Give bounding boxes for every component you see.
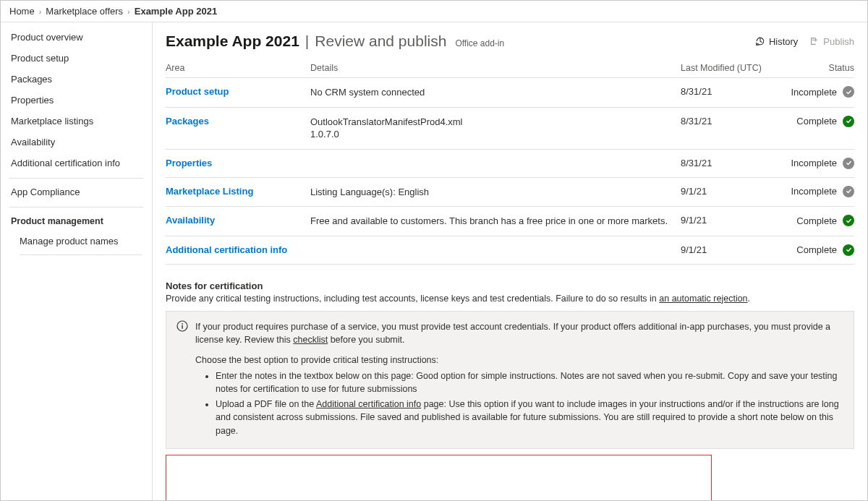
area-link[interactable]: Properties xyxy=(166,158,212,168)
row-details: OutlookTranslatorManifestProd4.xml 1.0.7… xyxy=(310,116,681,141)
table-row: AvailabilityFree and available to custom… xyxy=(166,207,854,236)
row-date: 8/31/21 xyxy=(681,86,775,97)
info-bullet-pdf: Upload a PDF file on the Additional cert… xyxy=(216,398,843,437)
table-row: Product setupNo CRM system connected8/31… xyxy=(166,78,854,108)
publish-top-button: Publish xyxy=(809,36,854,47)
checklist-link[interactable]: checklist xyxy=(293,335,328,345)
table-header-area: Area xyxy=(166,63,310,73)
sidebar-item-manage-product-names[interactable]: Manage product names xyxy=(1,231,152,252)
table-row: Marketplace ListingListing Language(s): … xyxy=(166,178,854,207)
svg-rect-2 xyxy=(182,325,182,329)
sidebar-item-additional-cert-info[interactable]: Additional certification info xyxy=(9,153,143,174)
table-header-details: Details xyxy=(310,63,681,73)
row-date: 8/31/21 xyxy=(681,158,775,168)
chevron-right-icon: › xyxy=(39,7,42,16)
table-header-date: Last Modified (UTC) xyxy=(681,63,775,73)
breadcrumb-marketplace-offers[interactable]: Marketplace offers xyxy=(46,6,123,17)
publish-top-label: Publish xyxy=(823,36,854,47)
check-circle-icon xyxy=(843,116,854,127)
review-table: Area Details Last Modified (UTC) Status … xyxy=(166,59,854,265)
incomplete-circle-icon xyxy=(843,158,854,169)
history-label: History xyxy=(769,36,798,47)
info-bullet-textbox: Enter the notes in the textbox below on … xyxy=(216,369,843,395)
row-status-text: Incomplete xyxy=(791,158,837,168)
incomplete-circle-icon xyxy=(843,186,854,197)
row-date: 9/1/21 xyxy=(681,215,775,226)
row-status-text: Incomplete xyxy=(791,87,837,98)
info-icon xyxy=(176,320,188,335)
sidebar-item-product-setup[interactable]: Product setup xyxy=(9,48,143,69)
row-date: 9/1/21 xyxy=(681,244,775,255)
sidebar: Product overview Product setup Packages … xyxy=(1,22,153,500)
area-link[interactable]: Availability xyxy=(166,215,215,226)
sidebar-heading-product-management: Product management xyxy=(1,210,152,231)
table-header-status: Status xyxy=(775,63,854,73)
breadcrumb-current: Example App 2021 xyxy=(135,6,217,17)
page-title-app: Example App 2021 xyxy=(166,33,299,50)
chevron-right-icon: › xyxy=(127,7,130,16)
notes-textarea[interactable] xyxy=(166,455,712,500)
automatic-rejection-link[interactable]: an automatic rejection xyxy=(659,294,747,304)
table-row: Additional certification info9/1/21Compl… xyxy=(166,236,854,265)
notes-description: Provide any critical testing instruction… xyxy=(166,294,854,304)
table-row: PackagesOutlookTranslatorManifestProd4.x… xyxy=(166,108,854,150)
area-link[interactable]: Additional certification info xyxy=(166,244,287,255)
incomplete-circle-icon xyxy=(843,86,854,98)
history-icon xyxy=(755,36,765,46)
area-link[interactable]: Product setup xyxy=(166,86,229,97)
check-circle-icon xyxy=(843,244,854,256)
table-row: Properties8/31/21Incomplete xyxy=(166,150,854,178)
notes-heading: Notes for certification xyxy=(166,281,854,291)
row-status-text: Complete xyxy=(796,215,837,226)
breadcrumb: Home › Marketplace offers › Example App … xyxy=(1,1,867,22)
row-status-text: Incomplete xyxy=(791,186,837,197)
area-link[interactable]: Packages xyxy=(166,116,209,127)
sidebar-item-product-overview[interactable]: Product overview xyxy=(9,27,143,48)
notes-info-box: If your product requires purchase of a s… xyxy=(166,311,854,449)
row-status-text: Complete xyxy=(796,244,837,255)
row-status-text: Complete xyxy=(796,116,837,127)
row-details: No CRM system connected xyxy=(310,86,681,99)
main-content: Example App 2021 | Review and publish Of… xyxy=(153,22,867,500)
sidebar-item-properties[interactable]: Properties xyxy=(9,90,143,111)
area-link[interactable]: Marketplace Listing xyxy=(166,186,253,197)
row-details: Listing Language(s): English xyxy=(310,186,681,199)
row-details: Free and available to customers. This br… xyxy=(310,215,681,228)
publish-icon xyxy=(809,36,820,46)
svg-point-1 xyxy=(182,323,183,325)
additional-cert-info-link[interactable]: Additional certification info xyxy=(316,399,421,409)
sidebar-item-marketplace-listings[interactable]: Marketplace listings xyxy=(9,111,143,132)
row-date: 8/31/21 xyxy=(681,116,775,127)
page-title-section: Review and publish xyxy=(315,33,446,50)
history-button[interactable]: History xyxy=(755,36,798,47)
sidebar-item-app-compliance[interactable]: App Compliance xyxy=(9,181,143,202)
sidebar-item-availability[interactable]: Availability xyxy=(9,132,143,153)
row-date: 9/1/21 xyxy=(681,186,775,197)
breadcrumb-home[interactable]: Home xyxy=(9,6,35,17)
sidebar-item-packages[interactable]: Packages xyxy=(9,69,143,90)
addin-type-badge: Office add-in xyxy=(455,38,504,48)
check-circle-icon xyxy=(843,215,854,226)
